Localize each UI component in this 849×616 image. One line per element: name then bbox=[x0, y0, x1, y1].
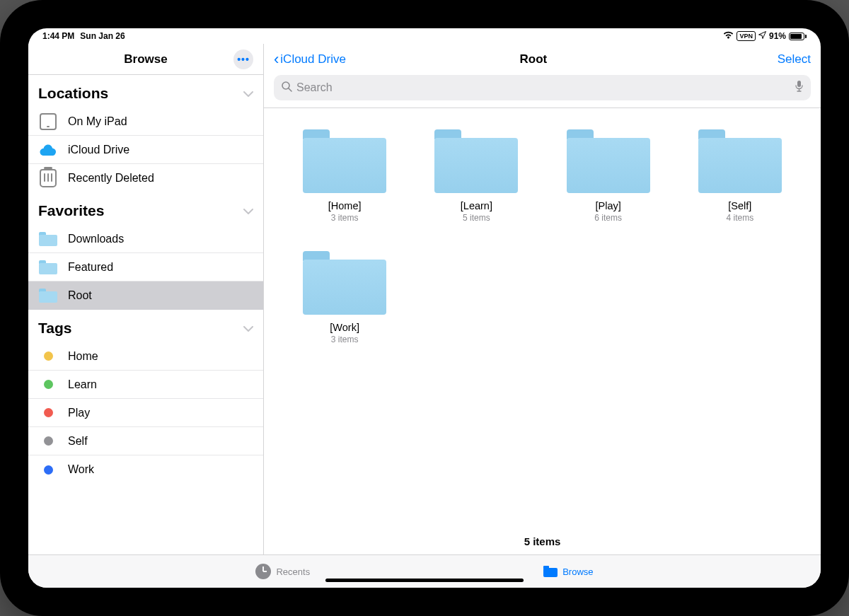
folder-count: 3 items bbox=[331, 213, 359, 223]
home-indicator[interactable] bbox=[325, 579, 524, 582]
tag-dot-icon bbox=[44, 408, 53, 417]
section-header-locations[interactable]: Locations bbox=[28, 75, 263, 107]
folder-name: [Home] bbox=[328, 200, 362, 211]
sidebar-item-label: Work bbox=[68, 463, 94, 476]
chevron-down-icon bbox=[243, 322, 253, 335]
bezel: 1:44 PM Sun Jan 26 VPN 91% Browse ••• Lo… bbox=[17, 17, 832, 599]
section-title: Favorites bbox=[38, 202, 104, 219]
folder-grid: [Home] 3 items [Learn] 5 items [Play] 6 … bbox=[264, 108, 821, 524]
status-date: Sun Jan 26 bbox=[80, 31, 125, 41]
search-input[interactable] bbox=[296, 81, 790, 94]
tag-dot-icon bbox=[44, 465, 53, 475]
sidebar-title: Browse bbox=[124, 52, 167, 66]
chevron-down-icon bbox=[243, 204, 253, 217]
folder-count: 4 items bbox=[727, 213, 754, 223]
folder-icon bbox=[698, 129, 782, 193]
folder-self[interactable]: [Self] 4 items bbox=[685, 129, 795, 223]
folder-icon bbox=[303, 251, 386, 315]
sidebar-item-label: Featured bbox=[68, 261, 113, 274]
sidebar-header: Browse ••• bbox=[28, 44, 263, 75]
sidebar-item-root[interactable]: Root bbox=[28, 281, 263, 310]
tag-dot-icon bbox=[44, 351, 53, 361]
folder-work[interactable]: [Work] 3 items bbox=[289, 251, 400, 344]
sidebar-tag-home[interactable]: Home bbox=[28, 342, 263, 371]
folder-name: [Play] bbox=[595, 200, 620, 211]
sidebar-item-downloads[interactable]: Downloads bbox=[28, 225, 263, 253]
bottom-tab-bar: Recents Browse bbox=[28, 555, 821, 588]
sidebar-item-icloud-drive[interactable]: iCloud Drive bbox=[28, 136, 263, 164]
location-icon bbox=[758, 31, 766, 41]
sidebar-item-label: Learn bbox=[68, 378, 97, 391]
chevron-left-icon: ‹ bbox=[274, 50, 279, 69]
ipad-icon bbox=[40, 113, 57, 130]
folder-learn[interactable]: [Learn] 5 items bbox=[421, 129, 531, 223]
folder-icon bbox=[39, 289, 57, 303]
sidebar: Browse ••• Locations On My iPad iCloud D… bbox=[28, 44, 264, 554]
sidebar-item-label: Recently Deleted bbox=[68, 172, 154, 185]
more-button[interactable]: ••• bbox=[233, 50, 253, 69]
ellipsis-icon: ••• bbox=[237, 54, 250, 65]
sidebar-tag-work[interactable]: Work bbox=[28, 455, 263, 484]
sidebar-item-label: Downloads bbox=[68, 233, 124, 245]
status-bar: 1:44 PM Sun Jan 26 VPN 91% bbox=[28, 28, 821, 44]
content-pane: ‹ iCloud Drive Root Select [Home] 3 item… bbox=[264, 44, 821, 554]
tab-label: Recents bbox=[276, 566, 310, 577]
section-title: Tags bbox=[38, 320, 71, 337]
sidebar-item-label: Root bbox=[68, 289, 92, 302]
folder-icon bbox=[434, 129, 518, 193]
tag-dot-icon bbox=[44, 380, 53, 389]
folder-icon bbox=[543, 566, 558, 577]
section-title: Locations bbox=[38, 85, 108, 102]
sidebar-tag-learn[interactable]: Learn bbox=[28, 371, 263, 399]
sidebar-tag-self[interactable]: Self bbox=[28, 427, 263, 455]
status-time: 1:44 PM bbox=[42, 31, 74, 41]
wifi-icon bbox=[723, 31, 734, 41]
sidebar-item-label: Home bbox=[68, 350, 98, 363]
sidebar-item-on-my-ipad[interactable]: On My iPad bbox=[28, 107, 263, 136]
search-icon bbox=[281, 81, 292, 95]
screen: 1:44 PM Sun Jan 26 VPN 91% Browse ••• Lo… bbox=[28, 28, 821, 588]
clock-icon bbox=[255, 564, 271, 579]
sidebar-item-featured[interactable]: Featured bbox=[28, 253, 263, 281]
folder-count: 6 items bbox=[594, 213, 622, 223]
sidebar-tag-play[interactable]: Play bbox=[28, 399, 263, 427]
sidebar-item-label: On My iPad bbox=[68, 115, 127, 128]
section-header-favorites[interactable]: Favorites bbox=[28, 192, 263, 225]
folder-icon bbox=[39, 260, 57, 274]
vpn-badge: VPN bbox=[737, 31, 756, 41]
folder-name: [Self] bbox=[728, 200, 751, 211]
select-button[interactable]: Select bbox=[778, 52, 811, 66]
folder-icon bbox=[567, 129, 650, 193]
search-bar[interactable] bbox=[274, 75, 811, 100]
battery-percent: 91% bbox=[769, 31, 786, 41]
content-title: Root bbox=[289, 52, 778, 66]
folder-home[interactable]: [Home] 3 items bbox=[289, 129, 400, 223]
sidebar-item-label: Play bbox=[68, 407, 90, 419]
tab-recents[interactable]: Recents bbox=[255, 564, 310, 579]
folder-icon bbox=[39, 232, 57, 246]
section-header-tags[interactable]: Tags bbox=[28, 310, 263, 342]
mic-icon[interactable] bbox=[795, 80, 804, 95]
cloud-icon bbox=[38, 140, 58, 160]
folder-icon bbox=[303, 129, 386, 193]
folder-count: 3 items bbox=[331, 335, 359, 344]
sidebar-item-recently-deleted[interactable]: Recently Deleted bbox=[28, 164, 263, 192]
svg-line-1 bbox=[289, 88, 291, 91]
tab-label: Browse bbox=[562, 566, 593, 577]
ipad-frame: 1:44 PM Sun Jan 26 VPN 91% Browse ••• Lo… bbox=[0, 0, 849, 616]
folder-name: [Work] bbox=[330, 322, 359, 333]
content-header: ‹ iCloud Drive Root Select bbox=[264, 44, 821, 75]
sidebar-item-label: Self bbox=[68, 435, 88, 448]
folder-name: [Learn] bbox=[461, 200, 492, 211]
folder-play[interactable]: [Play] 6 items bbox=[553, 129, 664, 223]
files-app: Browse ••• Locations On My iPad iCloud D… bbox=[28, 44, 821, 588]
folder-count: 5 items bbox=[463, 213, 490, 223]
chevron-down-icon bbox=[243, 87, 253, 100]
svg-rect-2 bbox=[797, 81, 801, 87]
items-summary: 5 items bbox=[264, 524, 821, 554]
tag-dot-icon bbox=[44, 436, 53, 446]
tab-browse[interactable]: Browse bbox=[543, 566, 593, 577]
sidebar-item-label: iCloud Drive bbox=[68, 144, 129, 156]
battery-icon bbox=[789, 33, 807, 40]
trash-icon bbox=[40, 169, 57, 187]
